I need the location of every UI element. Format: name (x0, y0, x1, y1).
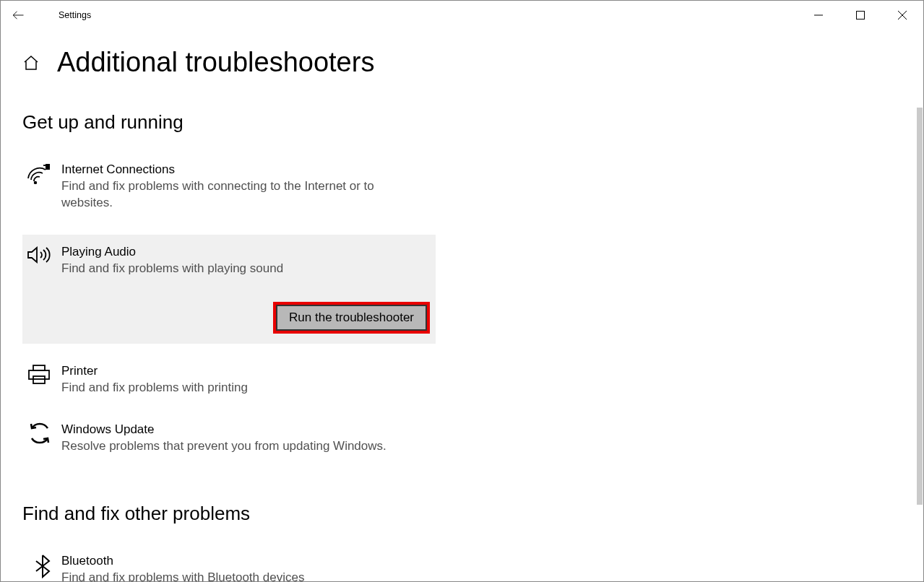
bluetooth-icon (22, 554, 61, 578)
item-desc: Resolve problems that prevent you from u… (61, 438, 427, 455)
run-troubleshooter-button[interactable]: Run the troubleshooter (276, 305, 427, 331)
svg-rect-9 (29, 370, 49, 379)
maximize-button[interactable] (839, 1, 881, 30)
run-button-container: Run the troubleshooter (22, 290, 436, 344)
item-desc: Find and fix problems with Bluetooth dev… (61, 570, 427, 582)
page-title: Additional troubleshooters (57, 47, 374, 78)
home-icon (22, 54, 40, 71)
minimize-button[interactable] (798, 1, 839, 30)
page-header: Additional troubleshooters (22, 47, 923, 78)
content-area: Additional troubleshooters Get up and ru… (1, 30, 923, 582)
window-controls (798, 1, 923, 30)
update-icon (22, 422, 61, 444)
troubleshooter-playing-audio[interactable]: Playing Audio Find and fix problems with… (22, 235, 436, 290)
item-text: Windows Update Resolve problems that pre… (61, 422, 436, 455)
minimize-icon (814, 11, 823, 19)
svg-rect-8 (33, 365, 45, 370)
section-find-fix-other: Find and fix other problems (22, 503, 923, 525)
app-title: Settings (59, 10, 91, 20)
svg-rect-2 (857, 12, 865, 19)
section-get-up-running: Get up and running (22, 111, 923, 134)
item-text: Internet Connections Find and fix proble… (61, 162, 436, 212)
svg-rect-10 (33, 376, 45, 383)
troubleshooter-bluetooth[interactable]: Bluetooth Find and fix problems with Blu… (22, 551, 436, 582)
item-text: Bluetooth Find and fix problems with Blu… (61, 554, 436, 582)
item-desc: Find and fix problems with playing sound (61, 261, 427, 277)
item-title: Playing Audio (61, 245, 427, 259)
troubleshooter-internet-connections[interactable]: Internet Connections Find and fix proble… (22, 160, 436, 217)
troubleshooter-printer[interactable]: Printer Find and fix problems with print… (22, 361, 436, 402)
printer-icon (22, 364, 61, 386)
arrow-left-icon (12, 9, 25, 22)
troubleshooter-windows-update[interactable]: Windows Update Resolve problems that pre… (22, 420, 436, 461)
svg-point-5 (35, 182, 37, 184)
item-title: Windows Update (61, 422, 427, 437)
item-desc: Find and fix problems with printing (61, 380, 427, 396)
close-icon (898, 11, 907, 19)
home-button[interactable] (22, 54, 40, 71)
item-text: Playing Audio Find and fix problems with… (61, 245, 436, 277)
item-desc: Find and fix problems with connecting to… (61, 178, 427, 212)
back-button[interactable] (1, 1, 35, 30)
titlebar: Settings (1, 1, 923, 30)
vertical-scrollbar[interactable] (917, 108, 923, 505)
close-button[interactable] (881, 1, 923, 30)
internet-icon (22, 162, 61, 184)
item-text: Printer Find and fix problems with print… (61, 364, 436, 396)
maximize-icon (856, 11, 865, 19)
audio-icon (22, 245, 61, 265)
item-title: Internet Connections (61, 162, 427, 177)
titlebar-left: Settings (1, 1, 91, 30)
item-title: Printer (61, 364, 427, 378)
item-title: Bluetooth (61, 554, 427, 568)
